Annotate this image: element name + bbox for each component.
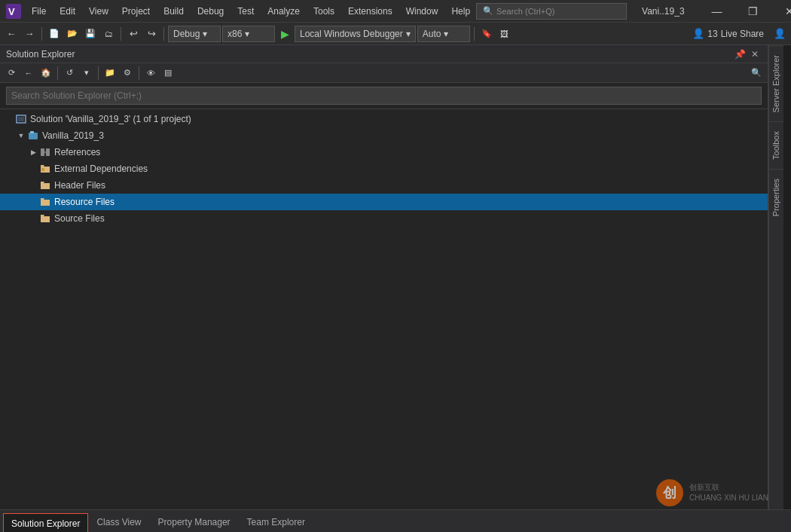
debug-config-arrow: ▾ xyxy=(203,29,207,39)
panel-sep-1 xyxy=(57,66,58,80)
live-share-icon: 👤 xyxy=(692,28,704,39)
watermark-line2: CHUANG XIN HU LIAN xyxy=(689,493,768,503)
header-files-label: Header Files xyxy=(54,180,105,191)
menu-bar: File Edit View Project Build Debug Test … xyxy=(26,4,476,19)
solution-config-dropdown[interactable]: Auto ▾ xyxy=(417,26,470,42)
svg-rect-9 xyxy=(41,168,44,171)
redo-button[interactable]: ↪ xyxy=(143,26,160,42)
watermark: 创 创新互联 CHUANG XIN HU LIAN xyxy=(656,479,768,506)
svg-rect-3 xyxy=(18,117,24,121)
debug-config-label: Debug xyxy=(173,29,200,39)
menu-test[interactable]: Test xyxy=(231,4,260,19)
tree-item-header-files[interactable]: Header Files xyxy=(0,177,768,194)
right-sidebar: Server Explorer Toolbox Properties xyxy=(768,45,783,509)
filter-button[interactable]: ▤ xyxy=(160,65,176,81)
menu-debug[interactable]: Debug xyxy=(191,4,230,19)
main-toolbar: ← → 📄 📂 💾 🗂 ↩ ↪ Debug ▾ x86 ▾ ▶ Local Wi… xyxy=(0,23,791,45)
debugger-label: Local Windows Debugger xyxy=(300,29,403,39)
solution-icon xyxy=(15,113,27,125)
menu-file[interactable]: File xyxy=(26,4,52,19)
panel-sep-3 xyxy=(139,66,139,80)
close-button[interactable]: ✕ xyxy=(772,0,791,23)
minimize-button[interactable]: — xyxy=(700,0,734,23)
window-title: Vani..19_3 xyxy=(627,6,700,17)
maximize-button[interactable]: ❒ xyxy=(736,0,771,23)
screenshot-button[interactable]: 🖼 xyxy=(496,26,513,42)
panel-toolbar: ⟳ ← 🏠 ↺ ▾ 📁 ⚙ 👁 ▤ 🔍 xyxy=(0,63,768,83)
home-button[interactable]: 🏠 xyxy=(38,65,54,81)
solution-label: Solution 'Vanilla_2019_3' (1 of 1 projec… xyxy=(30,114,191,124)
watermark-text: 创新互联 CHUANG XIN HU LIAN xyxy=(689,482,768,503)
tree-item-solution[interactable]: Solution 'Vanilla_2019_3' (1 of 1 projec… xyxy=(0,111,768,127)
tab-property-manager[interactable]: Property Manager xyxy=(150,512,239,532)
tab-class-view[interactable]: Class View xyxy=(88,512,149,532)
svg-rect-6 xyxy=(41,148,44,156)
platform-label: x86 xyxy=(228,29,242,39)
menu-tools[interactable]: Tools xyxy=(307,4,341,19)
solution-explorer-panel: Solution Explorer 📌 ✕ ⟳ ← 🏠 ↺ ▾ 📁 ⚙ 👁 ▤ … xyxy=(0,45,768,509)
user-profile-button[interactable]: 👤 xyxy=(771,26,788,42)
view-button[interactable]: 👁 xyxy=(142,65,159,81)
refresh-button[interactable]: ↺ xyxy=(61,65,78,81)
platform-dropdown[interactable]: x86 ▾ xyxy=(222,26,275,42)
panel-close-button[interactable]: ✕ xyxy=(748,47,762,61)
project-arrow: ▼ xyxy=(15,132,27,139)
tree-item-project[interactable]: ▼ Vanilla_2019_3 xyxy=(0,127,768,144)
debugger-dropdown[interactable]: Local Windows Debugger ▾ xyxy=(295,26,416,42)
menu-view[interactable]: View xyxy=(83,4,115,19)
tab-team-explorer[interactable]: Team Explorer xyxy=(239,512,313,532)
svg-text:V: V xyxy=(8,6,15,17)
menu-analyze[interactable]: Analyze xyxy=(261,4,306,19)
menu-window[interactable]: Window xyxy=(400,4,444,19)
main-layout: Solution Explorer 📌 ✕ ⟳ ← 🏠 ↺ ▾ 📁 ⚙ 👁 ▤ … xyxy=(0,45,791,509)
toolbox-tab[interactable]: Toolbox xyxy=(769,121,783,169)
menu-edit[interactable]: Edit xyxy=(53,4,81,19)
search-bar[interactable] xyxy=(6,87,762,105)
sync-with-active-doc-button[interactable]: ⟳ xyxy=(3,65,20,81)
panel-dropdown-button[interactable]: ▾ xyxy=(78,65,95,81)
search-placeholder: Search (Ctrl+Q) xyxy=(496,7,554,16)
save-all-button[interactable]: 🗂 xyxy=(100,26,117,42)
show-all-files-button[interactable]: 📁 xyxy=(102,65,118,81)
tree-item-resource-files[interactable]: Resource Files xyxy=(0,194,768,210)
properties-button[interactable]: ⚙ xyxy=(119,65,136,81)
save-button[interactable]: 💾 xyxy=(82,26,99,42)
references-label: References xyxy=(54,147,100,157)
bookmark-button[interactable]: 🔖 xyxy=(478,26,495,42)
svg-rect-7 xyxy=(46,148,50,156)
svg-rect-4 xyxy=(29,133,38,139)
solution-config-arrow: ▾ xyxy=(444,29,448,39)
forward-button[interactable]: → xyxy=(21,26,38,42)
tree-item-source-files[interactable]: Source Files xyxy=(0,210,768,227)
server-explorer-tab[interactable]: Server Explorer xyxy=(769,45,783,121)
panel-back-button[interactable]: ← xyxy=(20,65,37,81)
start-button[interactable]: ▶ xyxy=(276,26,293,42)
menu-help[interactable]: Help xyxy=(445,4,476,19)
project-label: Vanilla_2019_3 xyxy=(42,130,104,141)
tab-solution-explorer[interactable]: Solution Explorer xyxy=(3,513,88,532)
menu-build[interactable]: Build xyxy=(157,4,190,19)
search-solution-button[interactable]: 🔍 xyxy=(748,65,765,81)
undo-button[interactable]: ↩ xyxy=(125,26,142,42)
platform-arrow: ▾ xyxy=(245,29,249,39)
properties-tab[interactable]: Properties xyxy=(769,169,783,225)
panel-pin-button[interactable]: 📌 xyxy=(733,47,747,61)
search-input[interactable] xyxy=(11,90,756,101)
new-file-button[interactable]: 📄 xyxy=(46,26,63,42)
watermark-logo: 创 xyxy=(656,479,683,506)
open-button[interactable]: 📂 xyxy=(64,26,81,42)
toolbar-separator-1 xyxy=(41,27,42,41)
menu-project[interactable]: Project xyxy=(116,4,156,19)
svg-rect-5 xyxy=(30,131,34,133)
search-container xyxy=(0,83,768,109)
global-search[interactable]: 🔍 Search (Ctrl+Q) xyxy=(476,3,627,20)
live-share-button[interactable]: 👤 13 Live Share xyxy=(686,26,770,42)
live-share-label: Live Share xyxy=(721,29,764,39)
tree-item-references[interactable]: ▶ References xyxy=(0,144,768,161)
tree-item-ext-deps[interactable]: External Dependencies xyxy=(0,161,768,177)
back-button[interactable]: ← xyxy=(3,26,20,42)
live-share-count: 13 xyxy=(707,29,717,39)
menu-extensions[interactable]: Extensions xyxy=(342,4,399,19)
debugger-arrow: ▾ xyxy=(406,29,411,39)
debug-config-dropdown[interactable]: Debug ▾ xyxy=(168,26,221,42)
